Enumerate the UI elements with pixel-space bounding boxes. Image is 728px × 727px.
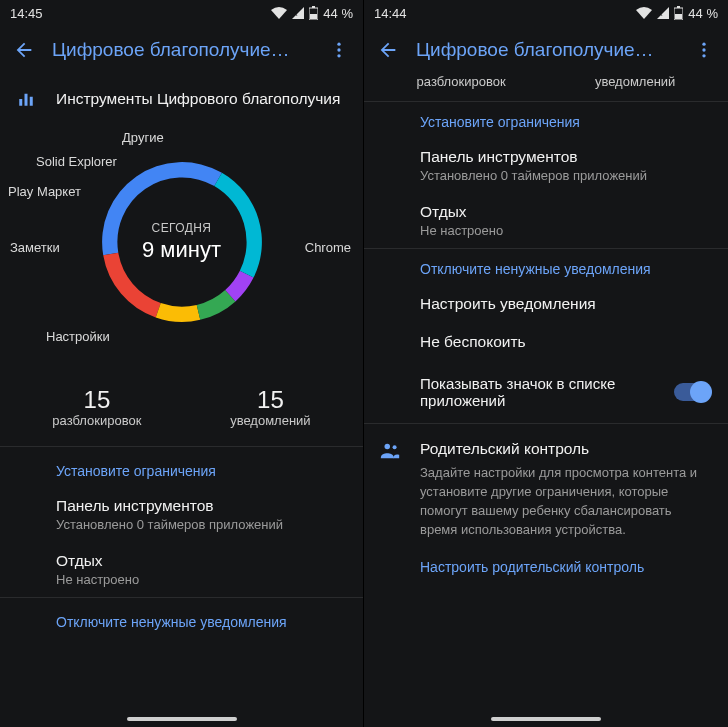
battery-icon <box>674 6 683 20</box>
chart-label-solid: Solid Explorer <box>36 154 117 169</box>
svg-point-5 <box>337 48 340 51</box>
stat-unlocks[interactable]: 15 разблокировок <box>52 386 141 428</box>
svg-point-4 <box>337 43 340 46</box>
family-icon <box>378 440 402 462</box>
dashboard-title: Панель инструментов <box>56 497 345 515</box>
disable-notifs-header: Отключите ненужные уведомления <box>0 598 363 638</box>
back-button[interactable] <box>372 34 404 66</box>
toggle-switch[interactable] <box>674 383 710 401</box>
dnd-title: Не беспокоить <box>420 333 710 351</box>
overflow-button[interactable] <box>323 34 355 66</box>
chart-label-chrome: Chrome <box>305 240 351 255</box>
limits-header: Установите ограничения <box>0 447 363 487</box>
svg-rect-12 <box>677 6 680 8</box>
chart-center-bottom: 9 минут <box>142 237 221 263</box>
wifi-icon <box>271 7 287 19</box>
svg-rect-8 <box>25 94 28 106</box>
svg-text:х: х <box>294 10 298 17</box>
svg-point-15 <box>702 48 705 51</box>
nav-handle[interactable] <box>127 717 237 721</box>
signal-icon: х <box>657 7 669 19</box>
dashboard-item[interactable]: Панель инструментов Установлено 0 таймер… <box>0 487 363 542</box>
svg-point-17 <box>385 444 391 450</box>
parental-section: Родительский контроль Задайте настройки … <box>364 424 728 545</box>
chart-center-top: СЕГОДНЯ <box>142 221 221 235</box>
arrow-left-icon <box>377 39 399 61</box>
winddown-title: Отдых <box>56 552 345 570</box>
peek-unlocks-label: разблокировок <box>417 74 506 89</box>
manage-notifs-title: Настроить уведомления <box>420 295 710 313</box>
show-icon-toggle-row[interactable]: Показывать значок в списке приложений <box>364 361 728 423</box>
peek-notifs-label: уведомлений <box>595 74 675 89</box>
tools-heading-row: Инструменты Цифрового благополучия <box>0 74 363 112</box>
winddown-item[interactable]: Отдых Не настроено <box>364 193 728 248</box>
limits-header: Установите ограничения <box>364 102 728 138</box>
back-button[interactable] <box>8 34 40 66</box>
tools-heading: Инструменты Цифрового благополучия <box>56 90 345 108</box>
stat-unlocks-label: разблокировок <box>52 413 141 428</box>
winddown-item[interactable]: Отдых Не настроено <box>0 542 363 597</box>
dashboard-item[interactable]: Панель инструментов Установлено 0 таймер… <box>364 138 728 193</box>
status-time: 14:44 <box>374 6 407 21</box>
bar-chart-icon <box>14 90 38 108</box>
overflow-button[interactable] <box>688 34 720 66</box>
stat-notifs-label: уведомлений <box>230 413 310 428</box>
manage-notifs-item[interactable]: Настроить уведомления <box>364 285 728 323</box>
nav-handle[interactable] <box>491 717 601 721</box>
dashboard-title: Панель инструментов <box>420 148 710 166</box>
status-icons: х 44 % <box>271 6 353 21</box>
wifi-icon <box>636 7 652 19</box>
app-bar: Цифровое благополучие… <box>364 26 728 74</box>
parental-desc: Задайте настройки для просмотра контента… <box>420 464 710 539</box>
more-vert-icon <box>694 40 714 60</box>
dashboard-sub: Установлено 0 таймеров приложений <box>56 517 345 532</box>
usage-chart[interactable]: СЕГОДНЯ 9 минут Chrome Настройки Заметки… <box>0 112 363 372</box>
status-bar: 14:45 х 44 % <box>0 0 363 26</box>
parental-setup-link[interactable]: Настроить родительский контроль <box>364 545 728 589</box>
chart-label-notes: Заметки <box>10 240 60 255</box>
svg-rect-13 <box>675 14 682 19</box>
svg-point-16 <box>702 54 705 57</box>
winddown-title: Отдых <box>420 203 710 221</box>
status-bar: 14:44 х 44 % <box>364 0 728 26</box>
parental-title: Родительский контроль <box>420 440 710 458</box>
dnd-item[interactable]: Не беспокоить <box>364 323 728 361</box>
svg-rect-3 <box>310 14 317 19</box>
svg-point-14 <box>702 43 705 46</box>
stat-notifs-num: 15 <box>230 386 310 414</box>
arrow-left-icon <box>13 39 35 61</box>
battery-text: 44 % <box>688 6 718 21</box>
svg-rect-7 <box>19 99 22 106</box>
signal-icon: х <box>292 7 304 19</box>
stat-notifs[interactable]: 15 уведомлений <box>230 386 310 428</box>
show-icon-label: Показывать значок в списке приложений <box>420 375 662 409</box>
status-icons: х 44 % <box>636 6 718 21</box>
more-vert-icon <box>329 40 349 60</box>
svg-point-6 <box>337 54 340 57</box>
dashboard-sub: Установлено 0 таймеров приложений <box>420 168 710 183</box>
svg-point-18 <box>393 445 397 449</box>
svg-rect-9 <box>30 97 33 106</box>
app-bar: Цифровое благополучие… <box>0 26 363 74</box>
svg-rect-2 <box>312 6 315 8</box>
svg-text:х: х <box>659 10 663 17</box>
disable-notifs-header: Отключите ненужные уведомления <box>364 249 728 285</box>
phone-right: 14:44 х 44 % Цифровое благополучие… разб… <box>364 0 728 727</box>
page-title: Цифровое благополучие… <box>52 39 311 61</box>
stats-peek: разблокировок уведомлений <box>364 74 728 101</box>
stat-unlocks-num: 15 <box>52 386 141 414</box>
chart-center: СЕГОДНЯ 9 минут <box>142 221 221 263</box>
battery-icon <box>309 6 318 20</box>
stats-row: 15 разблокировок 15 уведомлений <box>0 372 363 446</box>
battery-text: 44 % <box>323 6 353 21</box>
chart-label-other: Другие <box>122 130 164 145</box>
winddown-sub: Не настроено <box>56 572 345 587</box>
chart-label-play: Play Маркет <box>8 184 81 199</box>
phone-left: 14:45 х 44 % Цифровое благополучие… Инст… <box>0 0 364 727</box>
page-title: Цифровое благополучие… <box>416 39 676 61</box>
winddown-sub: Не настроено <box>420 223 710 238</box>
status-time: 14:45 <box>10 6 43 21</box>
chart-label-settings: Настройки <box>46 329 110 344</box>
